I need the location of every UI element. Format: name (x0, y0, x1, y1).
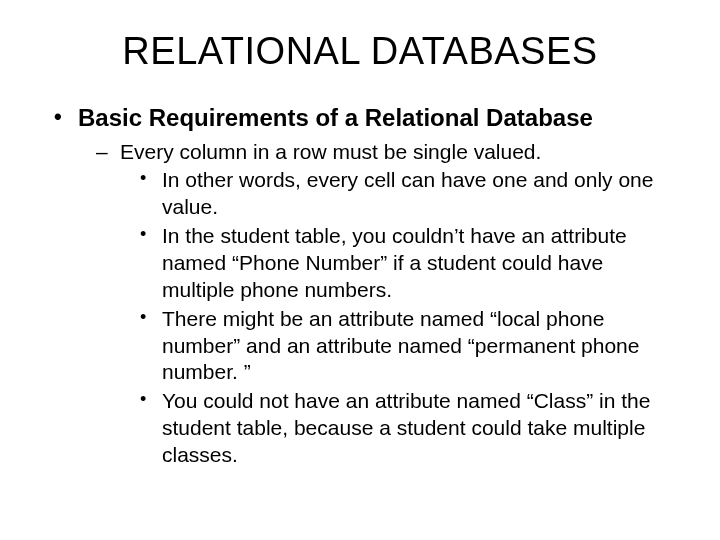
bullet-list-l2: Every column in a row must be single val… (78, 139, 670, 469)
bullet-l3d-text: You could not have an attribute named “C… (162, 389, 650, 466)
slide-title: RELATIONAL DATABASES (50, 30, 670, 73)
bullet-list-l3: In other words, every cell can have one … (120, 167, 670, 469)
bullet-level3: There might be an attribute named “local… (138, 306, 670, 387)
bullet-level1: Basic Requirements of a Relational Datab… (50, 103, 670, 469)
bullet-l2-text: Every column in a row must be single val… (120, 140, 541, 163)
bullet-level2: Every column in a row must be single val… (94, 139, 670, 469)
bullet-level3: In other words, every cell can have one … (138, 167, 670, 221)
bullet-l3c-text: There might be an attribute named “local… (162, 307, 639, 384)
bullet-l1-text: Basic Requirements of a Relational Datab… (78, 104, 593, 131)
slide: RELATIONAL DATABASES Basic Requirements … (0, 0, 720, 540)
bullet-list: Basic Requirements of a Relational Datab… (50, 103, 670, 469)
bullet-l3a-text: In other words, every cell can have one … (162, 168, 653, 218)
bullet-level3: In the student table, you couldn’t have … (138, 223, 670, 304)
bullet-l3b-text: In the student table, you couldn’t have … (162, 224, 627, 301)
bullet-level3: You could not have an attribute named “C… (138, 388, 670, 469)
